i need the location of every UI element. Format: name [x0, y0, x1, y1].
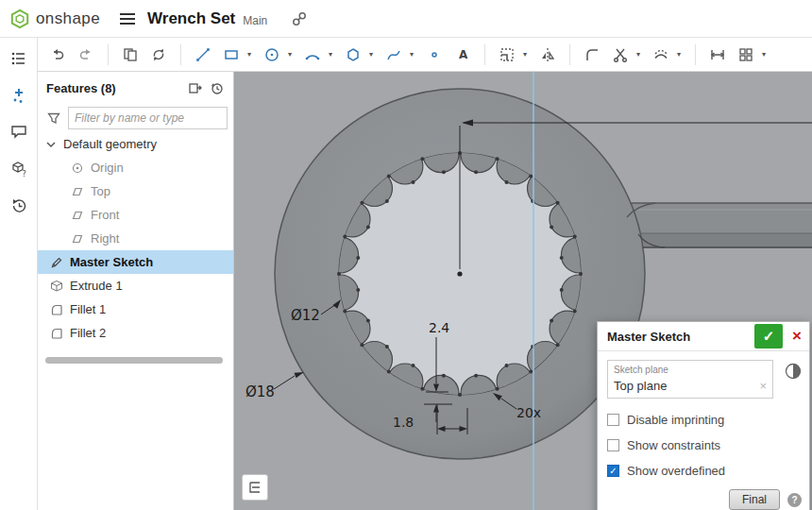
arc-tool-caret[interactable] — [329, 51, 337, 59]
line-tool-button[interactable] — [191, 42, 215, 67]
feature-list-icon[interactable] — [8, 47, 30, 70]
tree-item-front[interactable]: Front — [38, 203, 233, 227]
final-button[interactable]: Final — [729, 489, 780, 510]
offset-tool-button[interactable] — [649, 42, 673, 67]
onshape-app: onshape Wrench Set Main — [0, 0, 812, 510]
clear-field-icon[interactable] — [759, 379, 767, 393]
comment-icon[interactable] — [8, 121, 30, 144]
sketch-plane-group: Sketch plane Top plane — [607, 360, 773, 399]
features-panel-header: Features (8) — [38, 72, 233, 104]
features-panel: Features (8) Default geometry Origi — [38, 72, 234, 510]
tree-item-right[interactable]: Right — [38, 227, 233, 250]
workspace-name[interactable]: Main — [243, 14, 267, 27]
document-title: Wrench Set — [147, 9, 235, 28]
origin-icon — [71, 162, 84, 175]
pattern-tool-caret[interactable] — [762, 51, 770, 59]
sync-button[interactable] — [146, 42, 171, 67]
dimension-tooth-depth[interactable]: 2.4 — [429, 320, 449, 335]
history-icon[interactable] — [8, 195, 30, 217]
master-sketch-dialog: Master Sketch Sketch plane Top plane Dis… — [597, 321, 810, 510]
polygon-tool-caret[interactable] — [369, 51, 378, 59]
horizontal-scrollbar[interactable] — [45, 357, 223, 364]
checkbox-show-overdefined[interactable]: Show overdefined — [607, 458, 800, 484]
confirm-icon[interactable] — [754, 324, 783, 348]
rectangle-tool-button[interactable] — [219, 42, 244, 67]
tree-item-master-sketch[interactable]: Master Sketch — [38, 250, 233, 274]
trim-tool-caret[interactable] — [636, 51, 645, 59]
chevron-down-icon[interactable] — [45, 139, 57, 150]
polygon-tool-button[interactable] — [341, 42, 365, 67]
tree-item-extrude-1[interactable]: Extrude 1 — [38, 274, 233, 298]
menu-icon[interactable] — [119, 12, 136, 26]
help-cube-icon[interactable]: ? — [8, 158, 30, 180]
rollback-icon[interactable] — [210, 80, 225, 95]
use-tool-caret[interactable] — [523, 51, 532, 59]
feature-list-toggle-icon — [247, 480, 262, 495]
fillet-feature-icon — [50, 327, 63, 340]
dimension-outer-diameter[interactable]: Ø18 — [245, 383, 275, 400]
insert-item-icon[interactable] — [8, 84, 30, 107]
feature-list-toggle-button[interactable] — [242, 474, 268, 501]
dimension-tooth-width[interactable]: 1.8 — [393, 415, 414, 430]
offset-tool-caret[interactable] — [677, 51, 685, 59]
plane-icon — [71, 185, 84, 198]
circle-tool-button[interactable] — [260, 42, 284, 67]
logo-text[interactable]: onshape — [36, 9, 100, 28]
trim-tool-button[interactable] — [608, 42, 633, 67]
center-point — [457, 271, 462, 276]
sketch-toolbar: A — [38, 38, 812, 72]
toolbar-separator — [108, 44, 109, 65]
text-tool-button[interactable]: A — [450, 42, 475, 67]
spline-tool-button[interactable] — [381, 42, 406, 67]
dialog-footer: Final ? — [598, 485, 809, 510]
checkbox-label: Show constraints — [627, 438, 720, 452]
circle-tool-caret[interactable] — [288, 51, 296, 59]
tree-group-label: Default geometry — [63, 137, 157, 151]
checkbox-icon[interactable] — [607, 414, 619, 426]
checkbox-disable-imprinting[interactable]: Disable imprinting — [607, 407, 800, 433]
copy-button[interactable] — [118, 42, 143, 67]
tree-item-label: Origin — [91, 161, 124, 175]
filter-input[interactable] — [68, 107, 228, 129]
sketch-plane-field[interactable]: Top plane — [614, 375, 767, 396]
plane-swap-icon[interactable] — [785, 363, 802, 383]
logo-icon[interactable] — [9, 8, 30, 29]
dimension-count[interactable]: 20x — [516, 405, 541, 420]
dialog-body: Sketch plane Top plane Disable imprintin… — [598, 351, 809, 485]
checkbox-label: Disable imprinting — [627, 413, 724, 427]
app-header: onshape Wrench Set Main — [0, 0, 812, 38]
tree-item-fillet-2[interactable]: Fillet 2 — [38, 321, 233, 345]
dimension-inner-diameter[interactable]: Ø12 — [291, 307, 320, 324]
checkbox-checked-icon[interactable] — [607, 465, 619, 477]
sketch-plane-value: Top plane — [614, 379, 667, 393]
checkbox-show-constraints[interactable]: Show constraints — [607, 433, 800, 458]
undo-button[interactable] — [45, 42, 70, 67]
rectangle-tool-caret[interactable] — [247, 51, 256, 59]
checkbox-icon[interactable] — [607, 439, 619, 451]
filter-icon[interactable] — [46, 110, 61, 126]
point-tool-button[interactable] — [422, 42, 447, 67]
mirror-tool-button[interactable] — [535, 42, 560, 67]
cancel-icon[interactable] — [785, 322, 809, 350]
fillet-tool-button[interactable] — [580, 42, 604, 67]
pattern-tool-button[interactable] — [734, 42, 758, 67]
tree-item-origin[interactable]: Origin — [38, 156, 233, 179]
tree-group-default-geometry[interactable]: Default geometry — [38, 132, 233, 156]
redo-button[interactable] — [74, 42, 98, 67]
arc-tool-button[interactable] — [300, 42, 325, 67]
tree-item-top[interactable]: Top — [38, 179, 233, 203]
toolbar-separator — [484, 44, 485, 65]
spline-tool-caret[interactable] — [410, 51, 418, 59]
help-icon[interactable]: ? — [787, 493, 802, 507]
extrude-icon — [50, 280, 63, 293]
use-tool-button[interactable] — [495, 42, 519, 67]
tree-item-label: Top — [91, 184, 110, 198]
left-icon-strip: ? — [0, 38, 38, 510]
tree-item-fillet-1[interactable]: Fillet 1 — [38, 298, 233, 321]
dialog-checkboxes: Disable imprinting Show constraints Show… — [607, 407, 800, 484]
sketch-plane-label: Sketch plane — [614, 365, 767, 375]
sketch-icon — [50, 256, 63, 269]
measure-tool-button[interactable] — [705, 42, 730, 67]
share-link-icon[interactable] — [292, 11, 307, 26]
insert-after-icon[interactable] — [188, 80, 203, 95]
